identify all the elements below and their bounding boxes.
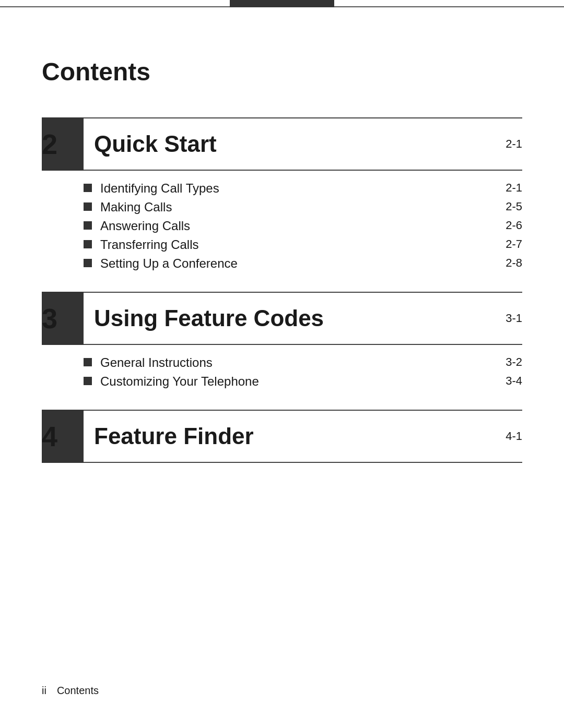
bullet-icon bbox=[84, 377, 92, 385]
subsection-page: 3-4 bbox=[480, 374, 522, 388]
page-title: Contents bbox=[42, 57, 522, 86]
footer-page-number: ii bbox=[42, 685, 46, 697]
section-4: 4Feature Finder4-1 bbox=[42, 410, 522, 463]
section-title-3: Using Feature Codes bbox=[84, 305, 480, 331]
top-bar-accent bbox=[230, 0, 334, 7]
section-page-4: 4-1 bbox=[480, 429, 522, 443]
section-3: 3Using Feature Codes3-1General Instructi… bbox=[42, 292, 522, 389]
page-container: Contents 2Quick Start2-1Identifying Call… bbox=[0, 0, 564, 728]
list-item: Making Calls2-5 bbox=[84, 200, 522, 214]
section-header-4: 4Feature Finder4-1 bbox=[42, 410, 522, 463]
subsection-label: Making Calls bbox=[100, 200, 480, 214]
bullet-icon bbox=[84, 202, 92, 211]
list-item: Setting Up a Conference2-8 bbox=[84, 256, 522, 271]
subsection-page: 2-1 bbox=[480, 181, 522, 195]
subsection-page: 2-8 bbox=[480, 256, 522, 270]
subsection-label: Transferring Calls bbox=[100, 237, 480, 252]
top-bar bbox=[0, 0, 564, 7]
section-2: 2Quick Start2-1Identifying Call Types2-1… bbox=[42, 117, 522, 271]
page-footer: ii Contents bbox=[42, 685, 522, 697]
section-title-4: Feature Finder bbox=[84, 423, 480, 449]
subsection-list-2: Identifying Call Types2-1Making Calls2-5… bbox=[42, 181, 522, 271]
subsection-page: 2-6 bbox=[480, 219, 522, 232]
list-item: Customizing Your Telephone3-4 bbox=[84, 374, 522, 389]
subsection-list-3: General Instructions3-2Customizing Your … bbox=[42, 355, 522, 389]
bullet-icon bbox=[84, 259, 92, 267]
subsection-page: 2-7 bbox=[480, 237, 522, 251]
subsection-page: 3-2 bbox=[480, 355, 522, 369]
sections-container: 2Quick Start2-1Identifying Call Types2-1… bbox=[42, 117, 522, 463]
section-header-2: 2Quick Start2-1 bbox=[42, 117, 522, 171]
list-item: Answering Calls2-6 bbox=[84, 219, 522, 233]
section-header-3: 3Using Feature Codes3-1 bbox=[42, 292, 522, 345]
section-page-2: 2-1 bbox=[480, 137, 522, 151]
bullet-icon bbox=[84, 358, 92, 366]
subsection-label: Answering Calls bbox=[100, 219, 480, 233]
bullet-icon bbox=[84, 240, 92, 248]
section-title-2: Quick Start bbox=[84, 131, 480, 157]
section-number-4: 4 bbox=[42, 420, 84, 452]
section-number-3: 3 bbox=[42, 302, 84, 335]
subsection-label: Setting Up a Conference bbox=[100, 256, 480, 271]
subsection-page: 2-5 bbox=[480, 200, 522, 213]
bullet-icon bbox=[84, 184, 92, 192]
section-page-3: 3-1 bbox=[480, 312, 522, 325]
subsection-label: Identifying Call Types bbox=[100, 181, 480, 196]
list-item: General Instructions3-2 bbox=[84, 355, 522, 370]
footer-label: Contents bbox=[57, 685, 99, 697]
subsection-label: General Instructions bbox=[100, 355, 480, 370]
section-number-2: 2 bbox=[42, 128, 84, 160]
subsection-label: Customizing Your Telephone bbox=[100, 374, 480, 389]
bullet-icon bbox=[84, 221, 92, 230]
list-item: Identifying Call Types2-1 bbox=[84, 181, 522, 196]
list-item: Transferring Calls2-7 bbox=[84, 237, 522, 252]
